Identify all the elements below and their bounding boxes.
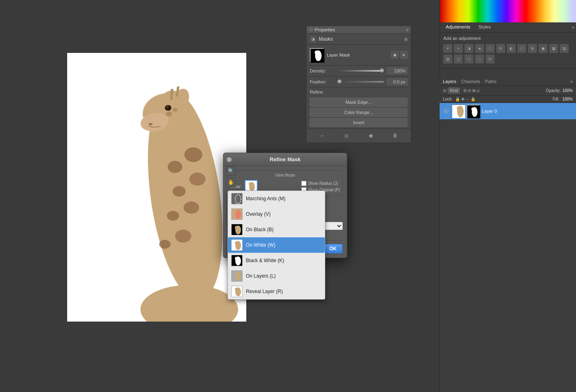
fill-value[interactable]: 100% <box>562 97 573 101</box>
svg-point-22 <box>445 110 447 112</box>
layer-mask-label: Layer Mask <box>327 53 350 57</box>
adjustments-styles-tabs: Adjustments Styles ≡ <box>440 22 576 33</box>
marching-ants-thumb <box>231 193 243 204</box>
dialog-titlebar: Refine Mask <box>223 153 347 166</box>
view-dropdown-menu: Marching Ants (M) Overlay (V) On Black (… <box>228 191 325 300</box>
adj-pattern-icon[interactable]: ⊡ <box>486 55 495 64</box>
svg-point-31 <box>315 50 319 55</box>
on-layers-label: On Layers (L) <box>246 273 322 279</box>
layer-name: Layer 0 <box>482 109 497 114</box>
dropdown-item-on-layers[interactable]: On Layers (L) <box>228 268 325 284</box>
adj-invert-icon[interactable]: ◻ <box>454 55 463 64</box>
layer-mask-row: Layer Mask ◉ ⊕ <box>307 45 411 66</box>
feather-label: Feather: <box>310 79 334 84</box>
dropdown-item-reveal-layer[interactable]: Reveal Layer (R) <box>228 284 325 299</box>
feather-handle[interactable] <box>337 79 342 83</box>
dialog-close-icon[interactable] <box>227 157 232 162</box>
svg-point-34 <box>249 182 252 186</box>
adj-solidcolor-icon[interactable]: □ <box>475 55 484 64</box>
feather-slider[interactable] <box>337 81 384 83</box>
zoom-tool-icon[interactable]: 🔍 <box>226 166 236 176</box>
layers-menu-icon[interactable]: ≡ <box>570 79 573 84</box>
layer-mask-preview <box>310 48 324 62</box>
delete-mask-icon[interactable]: 🗑 <box>391 131 400 140</box>
adjustment-icons-grid: ☀ ∿ ◑ ◈ ⬡ ⊟ ◐ ⬡ ⊞ ▣ ▦ ▤ ▧ ◻ ⬠ □ ⊡ <box>443 44 573 64</box>
fill-label: Fill: <box>553 97 559 101</box>
adj-threshold-icon[interactable]: ▤ <box>560 44 569 53</box>
tab-channels[interactable]: Channels <box>461 79 480 84</box>
show-radius-label: Show Radius (J) <box>308 181 338 186</box>
density-row: Density: 100% <box>307 66 411 77</box>
tab-paths[interactable]: Paths <box>485 79 497 84</box>
tab-adjustments[interactable]: Adjustments <box>442 22 475 32</box>
svg-point-15 <box>184 201 199 214</box>
reveal-layer-label: Reveal Layer (R) <box>246 289 322 294</box>
on-black-label: On Black (B) <box>246 227 322 232</box>
adj-colorbalance-icon[interactable]: ⊟ <box>496 44 505 53</box>
bw-label: Black & White (K) <box>246 258 322 263</box>
svg-point-18 <box>159 240 171 249</box>
overlay-thumb <box>231 208 243 220</box>
properties-panel: Properties ≡ ◑ Masks ⊞ Layer Mask ◉ ⊕ De… <box>306 26 411 143</box>
masks-expand-icon[interactable]: ⊞ <box>404 37 407 42</box>
adj-brightness-icon[interactable]: ☀ <box>443 44 452 53</box>
enable-mask-icon[interactable]: ◉ <box>366 131 375 140</box>
layer-item-0[interactable]: Layer 0 <box>440 103 576 119</box>
svg-point-19 <box>166 112 172 116</box>
invert-button[interactable]: Invert <box>310 118 407 127</box>
layer-mask-thumb <box>466 105 480 118</box>
svg-point-11 <box>184 147 202 162</box>
mask-select-icon[interactable]: ◉ <box>391 51 399 59</box>
feather-value[interactable]: 0.0 px <box>387 79 407 85</box>
reveal-layer-thumb <box>231 286 243 297</box>
density-handle[interactable] <box>380 68 384 72</box>
svg-point-17 <box>175 230 191 243</box>
dropdown-item-overlay[interactable]: Overlay (V) <box>228 206 325 222</box>
adj-photofilter-icon[interactable]: ⬡ <box>517 44 526 53</box>
adj-mixer-icon[interactable]: ⊞ <box>528 44 537 53</box>
opacity-value[interactable]: 100% <box>562 88 573 93</box>
dropdown-item-on-black[interactable]: On Black (B) <box>228 222 325 237</box>
svg-point-49 <box>235 272 241 281</box>
properties-close-icon[interactable] <box>309 28 313 32</box>
adj-curves-icon[interactable]: ∿ <box>454 44 463 53</box>
overlay-label: Overlay (V) <box>246 211 322 217</box>
load-selection-icon[interactable]: ○ <box>318 131 326 140</box>
dropdown-item-on-white[interactable]: On White (W) <box>228 237 325 253</box>
mask-edge-button[interactable]: Mask Edge... <box>310 98 407 107</box>
dropdown-item-bw[interactable]: Black & White (K) <box>228 253 325 268</box>
svg-point-20 <box>173 108 177 112</box>
adj-posterize-icon[interactable]: ▧ <box>443 55 452 64</box>
tab-layers[interactable]: Layers <box>443 79 456 84</box>
svg-point-52 <box>235 288 238 291</box>
layer-visibility-toggle[interactable] <box>443 108 449 114</box>
svg-point-44 <box>235 241 238 245</box>
filter-icons: ⊞ ⊟ ⊠ ◎ <box>463 88 480 93</box>
adj-hsl-icon[interactable]: ⬡ <box>486 44 495 53</box>
kind-selector[interactable]: Kind <box>448 88 460 94</box>
hand-tool-icon[interactable]: ✋ <box>226 177 236 187</box>
adj-exposure-icon[interactable]: ◑ <box>464 44 473 53</box>
tab-styles[interactable]: Styles <box>475 22 495 32</box>
opacity-label: Opacity: <box>546 88 561 93</box>
apply-mask-icon[interactable]: ◎ <box>342 131 351 140</box>
properties-title: Properties <box>315 27 406 32</box>
svg-point-28 <box>471 107 475 111</box>
svg-point-16 <box>167 211 179 221</box>
right-panel: Adjustments Styles ≡ Add an adjustment ☀… <box>440 0 576 392</box>
dropdown-item-marching-ants[interactable]: Marching Ants (M) <box>228 191 325 206</box>
panel-menu-icon[interactable]: ≡ <box>572 25 574 30</box>
properties-menu-icon[interactable]: ≡ <box>406 28 408 32</box>
adj-gradient-icon[interactable]: ⬠ <box>464 55 473 64</box>
adj-bw-icon[interactable]: ◐ <box>507 44 516 53</box>
density-value[interactable]: 100% <box>387 68 407 74</box>
adj-vibrance-icon[interactable]: ◈ <box>475 44 484 53</box>
on-black-thumb <box>231 224 243 235</box>
adj-levels-icon[interactable]: ▦ <box>549 44 558 53</box>
mask-apply-icon[interactable]: ⊕ <box>400 51 407 59</box>
density-slider[interactable] <box>337 70 384 72</box>
color-range-button[interactable]: Color Range... <box>310 108 407 117</box>
ok-button[interactable]: OK <box>323 244 343 254</box>
adj-color-icon[interactable]: ▣ <box>539 44 548 53</box>
show-radius-checkbox[interactable] <box>301 181 307 186</box>
